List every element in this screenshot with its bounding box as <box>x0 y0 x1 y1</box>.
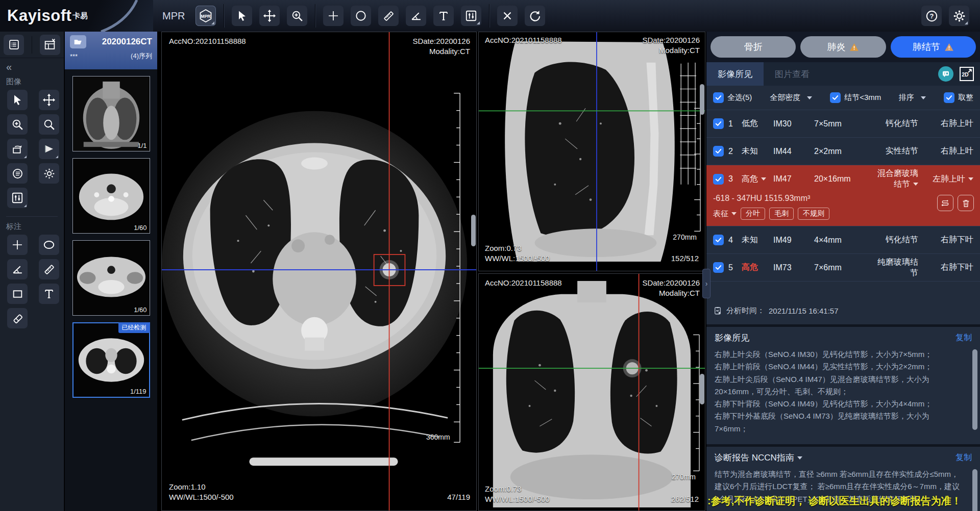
density-dropdown[interactable]: 全部密度 <box>770 93 812 103</box>
axial-zoom-overlay: Zoom:1.10 WW/WL:1500/-500 <box>169 482 234 502</box>
coronal-slice-counter: 262/512 <box>671 494 699 504</box>
nodule-location: 右肺下叶 <box>918 262 973 273</box>
nodule-row-1[interactable]: 1 低危 IM30 7×5mm 钙化结节 右肺上叶 <box>706 110 980 138</box>
window-level-button[interactable] <box>7 188 28 208</box>
contrast-tool-button[interactable] <box>7 163 28 184</box>
brightness-tool-button[interactable] <box>39 163 59 184</box>
svg-text:2D: 2D <box>962 71 969 78</box>
close-tool-button[interactable] <box>497 6 518 26</box>
subtab-image-view[interactable]: 图片查看 <box>764 62 821 86</box>
axial-slice-scrollbar[interactable] <box>471 215 476 246</box>
tab-fracture[interactable]: 骨折 <box>710 36 796 58</box>
round-checkbox[interactable] <box>944 92 954 103</box>
nodule-row-2[interactable]: 2 未知 IM44 2×2mm 实性结节 右肺上叶 <box>706 138 980 165</box>
pan-tool-button[interactable] <box>259 6 280 26</box>
series-header[interactable]: 20200126CT *** (4)序列 <box>65 32 157 69</box>
nodule-risk-dropdown[interactable]: 高危 <box>742 174 773 185</box>
cursor-tool-button[interactable] <box>7 90 28 110</box>
nodule-checkbox[interactable] <box>713 235 724 245</box>
ruler-tool-button[interactable] <box>378 6 399 26</box>
cine-play-button[interactable] <box>39 139 59 159</box>
ellipse-annot-button[interactable] <box>39 235 59 255</box>
nodule-checkbox[interactable] <box>713 262 724 273</box>
reset-rotate-button[interactable] <box>525 6 545 26</box>
angle-annot-button[interactable] <box>7 259 28 279</box>
nodule-row-4[interactable]: 4 未知 IM49 4×4mm 钙化结节 右肺下叶 <box>706 226 980 254</box>
feedback-button[interactable] <box>938 66 953 82</box>
series-thumbnail-1[interactable]: 1/1 <box>72 76 150 151</box>
nodule-delete-button[interactable] <box>958 195 974 211</box>
sagittal-slice-scrollbar[interactable] <box>700 84 704 115</box>
series-list-button[interactable] <box>4 35 24 55</box>
help-button[interactable]: ? <box>921 6 942 26</box>
zoom-in-tool-button[interactable] <box>7 114 28 135</box>
2d-view-button[interactable]: 2D <box>960 67 974 81</box>
ruler-annot-button[interactable] <box>39 259 59 279</box>
small-nodule-filter[interactable]: 结节<3mm <box>830 92 881 103</box>
sort-dropdown[interactable]: 排序 <box>899 93 926 103</box>
zoom-in-tool-button[interactable] <box>287 6 307 26</box>
window-level-button[interactable] <box>461 6 481 26</box>
feature-tag-spiculation[interactable]: 毛刺 <box>769 208 794 220</box>
panel-expander-handle[interactable]: › <box>702 269 710 298</box>
nodule-checkbox[interactable] <box>713 118 724 129</box>
ct-thumb-image <box>73 241 150 315</box>
cursor-tool-button[interactable] <box>232 6 252 26</box>
series-thumbnail-4[interactable]: 已经检测 1/119 <box>72 322 150 398</box>
small-nodule-checkbox[interactable] <box>830 92 841 103</box>
findings-title: 影像所见 <box>715 332 749 344</box>
feature-dropdown[interactable]: 表征 <box>713 209 737 219</box>
close-layout-button[interactable] <box>40 35 60 55</box>
viewport-coronal[interactable]: AccNO:202101158888 SDate:20200126 Modali… <box>478 273 705 511</box>
nodule-risk: 未知 <box>742 235 773 245</box>
app-logo: Kayisoft 卡易 <box>0 0 153 32</box>
nodule-location-dropdown[interactable]: 左肺上叶 <box>918 174 973 185</box>
nodule-checkbox[interactable] <box>713 146 724 157</box>
nodule-trend-button[interactable] <box>937 195 953 211</box>
report-copy-button[interactable]: 复制 <box>955 452 972 463</box>
eraser-annot-button[interactable] <box>7 308 28 328</box>
nodule-checkbox[interactable] <box>713 174 724 185</box>
probe-tool-button[interactable] <box>323 6 344 26</box>
ellipse-tool-button[interactable] <box>351 6 371 26</box>
round-label: 取整 <box>958 93 973 103</box>
clipboard-icon <box>713 306 722 315</box>
select-all-checkbox[interactable] <box>713 92 724 103</box>
findings-scrollbar[interactable] <box>972 349 977 430</box>
mpr-layout-button[interactable]: MPR <box>195 6 216 26</box>
select-all-filter[interactable]: 全选(5) <box>713 92 752 103</box>
viewport-sagittal[interactable]: AccNO:202101158888 SDate:20200126 Modali… <box>478 32 705 271</box>
feature-tag-irregular[interactable]: 不规则 <box>798 208 829 220</box>
nodule-location: 左肺上叶 <box>933 174 965 183</box>
angle-tool-button[interactable] <box>406 6 426 26</box>
series-list-icon <box>8 38 20 51</box>
text-annot-button[interactable] <box>39 284 59 304</box>
eraser-icon <box>11 312 24 325</box>
rectangle-annot-button[interactable] <box>7 284 28 304</box>
search-tool-button[interactable] <box>39 114 59 135</box>
findings-copy-button[interactable]: 复制 <box>955 333 972 343</box>
feature-label: 表征 <box>713 209 728 218</box>
settings-button[interactable] <box>949 6 969 26</box>
pan-tool-button[interactable] <box>39 90 59 110</box>
rotate-tool-button[interactable] <box>7 139 28 159</box>
crosshair-annot-button[interactable] <box>7 235 28 255</box>
tab-pneumonia[interactable]: 肺炎 <box>800 36 886 58</box>
nodule-row-3-selected[interactable]: 3 高危 IM47 20×16mm 混合磨玻璃结节 左肺上叶 -618 - 34… <box>706 165 980 226</box>
tab-lung-nodule[interactable]: 肺结节 <box>891 36 976 58</box>
nodule-row-5[interactable]: 5 高危 IM73 7×6mm 纯磨玻璃结节 右肺下叶 <box>706 254 980 282</box>
series-thumbnail-3[interactable]: 1/60 <box>72 240 150 316</box>
subtab-imaging-findings[interactable]: 影像所见 <box>706 62 764 86</box>
check-icon <box>946 94 952 101</box>
text-tool-button[interactable] <box>433 6 454 26</box>
nodule-size: 7×5mm <box>814 119 874 129</box>
round-filter[interactable]: 取整 <box>944 92 973 103</box>
coronal-slice-scrollbar[interactable] <box>700 374 704 404</box>
feature-tag-lobulation[interactable]: 分叶 <box>741 208 765 220</box>
folder-button[interactable] <box>70 35 86 48</box>
coronal-modality: Modality:CT <box>642 288 700 298</box>
series-thumbnail-2[interactable]: 1/60 <box>72 158 150 234</box>
collapse-sidebar-button[interactable]: « <box>0 58 64 74</box>
viewport-axial[interactable]: AccNO:202101158888 SDate:20200126 Modali… <box>161 32 477 511</box>
nodule-type-dropdown[interactable]: 混合磨玻璃结节 <box>874 168 918 190</box>
